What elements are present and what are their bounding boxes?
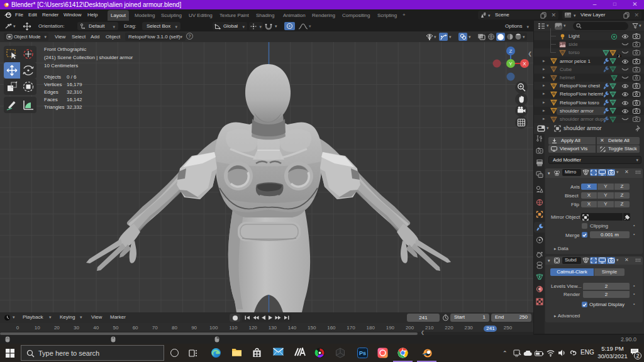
svg-text:X: X	[523, 61, 526, 67]
svg-text:Y: Y	[509, 61, 513, 67]
svg-text:Z: Z	[509, 48, 513, 54]
svg-text:Ps: Ps	[359, 350, 366, 356]
